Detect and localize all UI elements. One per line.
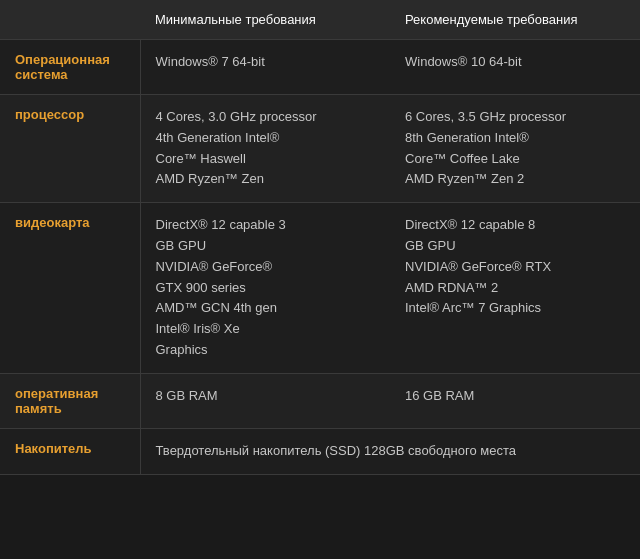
header-label-col: [0, 0, 140, 40]
table-row: НакопительТвердотельный накопитель (SSD)…: [0, 428, 640, 474]
row-label-storage: Накопитель: [0, 428, 140, 474]
row-label-os: Операционная система: [0, 40, 140, 95]
row-cell-rec-gpu: DirectX® 12 capable 8GB GPUNVIDIA® GeFor…: [390, 203, 640, 374]
row-cell-rec-os: Windows® 10 64-bit: [390, 40, 640, 95]
row-cell-min-cpu: 4 Cores, 3.0 GHz processor4th Generation…: [140, 95, 390, 203]
requirements-table: Минимальные требования Рекомендуемые тре…: [0, 0, 640, 475]
row-cell-full-storage: Твердотельный накопитель (SSD) 128GB сво…: [140, 428, 640, 474]
table-row: оперативная память8 GB RAM16 GB RAM: [0, 373, 640, 428]
header-min-col: Минимальные требования: [140, 0, 390, 40]
table-row: процессор4 Cores, 3.0 GHz processor4th G…: [0, 95, 640, 203]
row-cell-min-ram: 8 GB RAM: [140, 373, 390, 428]
row-cell-min-os: Windows® 7 64-bit: [140, 40, 390, 95]
row-label-cpu: процессор: [0, 95, 140, 203]
table-row: видеокартаDirectX® 12 capable 3GB GPUNVI…: [0, 203, 640, 374]
row-label-ram: оперативная память: [0, 373, 140, 428]
row-label-gpu: видеокарта: [0, 203, 140, 374]
row-cell-rec-cpu: 6 Cores, 3.5 GHz processor8th Generation…: [390, 95, 640, 203]
row-cell-rec-ram: 16 GB RAM: [390, 373, 640, 428]
row-cell-min-gpu: DirectX® 12 capable 3GB GPUNVIDIA® GeFor…: [140, 203, 390, 374]
table-header: Минимальные требования Рекомендуемые тре…: [0, 0, 640, 40]
table-row: Операционная системаWindows® 7 64-bitWin…: [0, 40, 640, 95]
header-rec-col: Рекомендуемые требования: [390, 0, 640, 40]
